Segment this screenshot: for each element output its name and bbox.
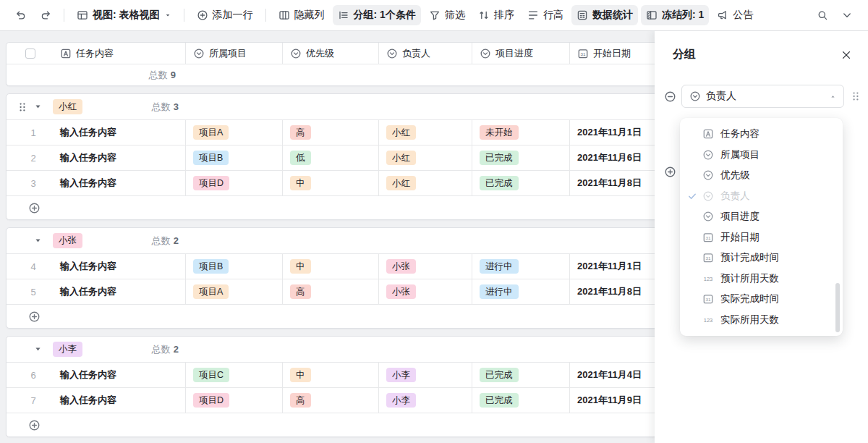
- progress-cell[interactable]: 未开始: [472, 120, 570, 145]
- project-cell[interactable]: 项目D: [186, 171, 283, 195]
- dropdown-field-item-8[interactable]: 31 实际完成时间: [680, 289, 843, 310]
- row-number-cell: 1: [7, 120, 60, 145]
- priority-cell[interactable]: 高: [283, 388, 379, 413]
- select-all-checkbox[interactable]: [25, 48, 35, 59]
- data-stats-button[interactable]: 数据统计: [571, 5, 638, 25]
- close-panel-button[interactable]: [841, 49, 852, 61]
- collapse-group-button[interactable]: [34, 237, 42, 245]
- group-field-select[interactable]: 负责人: [681, 85, 844, 108]
- add-row-button[interactable]: 添加一行: [192, 5, 258, 25]
- priority-badge: 中: [290, 259, 311, 274]
- owner-cell[interactable]: 小李: [379, 388, 472, 413]
- owner-cell[interactable]: 小红: [379, 145, 472, 170]
- owner-cell[interactable]: 小张: [379, 254, 472, 279]
- task-cell[interactable]: 输入任务内容: [60, 254, 186, 279]
- announcement-label: 公告: [733, 9, 753, 22]
- dropdown-scrollbar-thumb[interactable]: [835, 283, 840, 332]
- drag-handle-icon[interactable]: [850, 90, 861, 102]
- task-cell[interactable]: 输入任务内容: [60, 171, 186, 195]
- toolbar-divider: [265, 9, 266, 22]
- column-header-3[interactable]: 负责人: [379, 43, 472, 64]
- sort-button[interactable]: 排序: [473, 5, 519, 25]
- project-cell[interactable]: 项目D: [186, 388, 283, 413]
- owner-cell[interactable]: 小李: [379, 363, 472, 387]
- progress-cell[interactable]: 进行中: [472, 279, 570, 304]
- project-badge: 项目D: [193, 393, 229, 408]
- priority-cell[interactable]: 中: [283, 171, 379, 195]
- priority-cell[interactable]: 高: [283, 279, 379, 304]
- priority-cell[interactable]: 中: [283, 254, 379, 279]
- column-header-4[interactable]: 项目进度: [472, 43, 570, 64]
- progress-cell[interactable]: 进行中: [472, 254, 570, 279]
- priority-cell[interactable]: 高: [283, 120, 379, 145]
- dropdown-field-item-4[interactable]: 项目进度: [680, 206, 843, 227]
- task-cell[interactable]: 输入任务内容: [60, 363, 186, 387]
- group-button[interactable]: 分组: 1个条件: [333, 5, 421, 25]
- dropdown-field-item-0[interactable]: 任务内容: [680, 124, 843, 145]
- select-field-icon: [193, 48, 205, 59]
- project-cell[interactable]: 项目C: [186, 363, 283, 387]
- group-condition-row: 负责人: [664, 85, 868, 108]
- project-cell[interactable]: 项目A: [186, 120, 283, 145]
- progress-cell[interactable]: 已完成: [472, 145, 570, 170]
- undo-button[interactable]: [10, 6, 32, 25]
- collapse-group-button[interactable]: [34, 103, 42, 111]
- owner-badge: 小红: [386, 125, 416, 140]
- column-header-2[interactable]: 优先级: [283, 43, 379, 64]
- row-number[interactable]: 5: [30, 287, 35, 298]
- toolbar: 视图: 表格视图 添加一行 隐藏列 分组: 1个条件 筛选 排序 行高: [0, 0, 868, 31]
- search-button[interactable]: [812, 6, 833, 25]
- field-dropdown-items: 任务内容 所属项目 优先级 负责人 项目进度 31 开始日期 31 预计完成时间…: [680, 124, 843, 330]
- progress-cell[interactable]: 已完成: [472, 388, 570, 413]
- dropdown-field-item-9[interactable]: 123 实际所用天数: [680, 310, 843, 331]
- project-cell[interactable]: 项目A: [186, 279, 283, 304]
- row-number[interactable]: 7: [30, 395, 35, 406]
- task-cell[interactable]: 输入任务内容: [60, 279, 186, 304]
- task-cell[interactable]: 输入任务内容: [60, 388, 186, 413]
- priority-cell[interactable]: 中: [283, 363, 379, 387]
- column-header-0[interactable]: 任务内容: [60, 43, 186, 64]
- project-cell[interactable]: 项目B: [186, 145, 283, 170]
- priority-cell[interactable]: 低: [283, 145, 379, 170]
- owner-cell[interactable]: 小张: [379, 279, 472, 304]
- announcement-button[interactable]: 公告: [712, 5, 758, 25]
- dropdown-field-item-7[interactable]: 123 预计所用天数: [680, 269, 843, 290]
- row-number[interactable]: 1: [30, 127, 35, 138]
- dropdown-field-label: 任务内容: [720, 127, 760, 140]
- collapse-group-button[interactable]: [34, 345, 42, 353]
- redo-button[interactable]: [35, 6, 56, 25]
- add-row-label: 添加一行: [213, 9, 253, 22]
- row-number[interactable]: 4: [30, 261, 35, 272]
- dropdown-field-item-5[interactable]: 31 开始日期: [680, 227, 843, 248]
- megaphone-icon: [717, 9, 728, 21]
- collapse-toolbar-button[interactable]: [836, 6, 858, 25]
- drag-handle-icon[interactable]: [17, 101, 28, 113]
- dropdown-field-item-2[interactable]: 优先级: [680, 165, 843, 186]
- add-condition-button[interactable]: [664, 166, 676, 178]
- group-count-value: 2: [174, 235, 179, 246]
- column-header-1[interactable]: 所属项目: [186, 43, 283, 64]
- view-switcher-button[interactable]: 视图: 表格视图: [72, 5, 176, 25]
- frozen-columns-button[interactable]: 冻结列: 1: [641, 5, 709, 25]
- project-cell[interactable]: 项目B: [186, 254, 283, 279]
- progress-badge: 已完成: [480, 393, 519, 408]
- progress-cell[interactable]: 已完成: [472, 171, 570, 195]
- row-number[interactable]: 3: [30, 178, 35, 189]
- filter-button[interactable]: 筛选: [424, 5, 470, 25]
- hide-columns-button[interactable]: 隐藏列: [273, 5, 330, 25]
- task-cell[interactable]: 输入任务内容: [60, 120, 186, 145]
- row-number[interactable]: 2: [30, 153, 35, 164]
- owner-cell[interactable]: 小红: [379, 120, 472, 145]
- svg-text:31: 31: [581, 51, 586, 56]
- dropdown-field-label: 所属项目: [720, 148, 760, 161]
- group-name-badge: 小红: [53, 99, 82, 114]
- row-height-button[interactable]: 行高: [522, 5, 569, 25]
- task-cell[interactable]: 输入任务内容: [60, 145, 186, 170]
- dropdown-field-item-1[interactable]: 所属项目: [680, 145, 843, 166]
- progress-cell[interactable]: 已完成: [472, 363, 570, 387]
- dropdown-field-label: 开始日期: [720, 231, 760, 244]
- remove-condition-button[interactable]: [664, 90, 676, 103]
- row-number[interactable]: 6: [30, 370, 35, 381]
- owner-cell[interactable]: 小红: [379, 171, 472, 195]
- dropdown-field-item-6[interactable]: 31 预计完成时间: [680, 248, 843, 269]
